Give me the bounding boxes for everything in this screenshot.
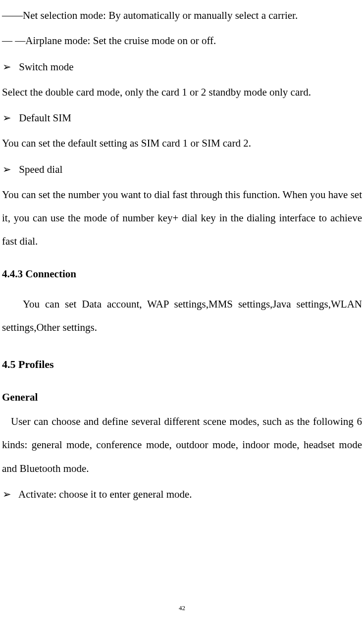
bullet-label-default-sim: Default SIM bbox=[19, 112, 71, 124]
arrow-icon: ➢ bbox=[2, 106, 16, 129]
bullet-label-activate: Activate: choose it to enter general mod… bbox=[18, 488, 192, 500]
list-item-net-selection: ——Net selection mode: By automatically o… bbox=[2, 4, 362, 27]
arrow-icon: ➢ bbox=[2, 55, 16, 78]
heading-profiles: 4.5 Profiles bbox=[2, 352, 362, 377]
bullet-speed-dial: ➢ Speed dial bbox=[2, 157, 362, 181]
body-default-sim: You can set the default setting as SIM c… bbox=[2, 132, 362, 155]
page-number: 42 bbox=[0, 605, 364, 611]
text-connection-body: You can set Data account, WAP settings,M… bbox=[2, 298, 362, 333]
bullet-label-speed-dial: Speed dial bbox=[19, 163, 62, 175]
text-airplane-mode: — —Airplane mode: Set the cruise mode on… bbox=[2, 35, 216, 47]
bullet-label-switch-mode: Switch mode bbox=[19, 61, 73, 73]
heading-connection: 4.4.3 Connection bbox=[2, 262, 362, 286]
arrow-icon: ➢ bbox=[2, 482, 16, 506]
body-general: User can choose and define several diffe… bbox=[2, 410, 362, 480]
text-net-selection: ——Net selection mode: By automatically o… bbox=[2, 9, 298, 21]
text-default-sim-body: You can set the default setting as SIM c… bbox=[2, 137, 251, 149]
text-speed-dial-body: You can set the number you want to dial … bbox=[2, 189, 362, 248]
bullet-default-sim: ➢ Default SIM bbox=[2, 106, 362, 130]
bullet-activate: ➢ Activate: choose it to enter general m… bbox=[2, 482, 362, 506]
body-connection: You can set Data account, WAP settings,M… bbox=[2, 293, 362, 340]
heading-connection-text: 4.4.3 Connection bbox=[2, 268, 76, 280]
arrow-icon: ➢ bbox=[2, 157, 16, 181]
page-number-text: 42 bbox=[179, 604, 185, 612]
bullet-switch-mode: ➢ Switch mode bbox=[2, 55, 362, 79]
body-switch-mode: Select the double card mode, only the ca… bbox=[2, 81, 362, 104]
list-item-airplane-mode: — —Airplane mode: Set the cruise mode on… bbox=[2, 29, 362, 52]
subheading-general: General bbox=[2, 386, 362, 409]
subheading-general-text: General bbox=[2, 391, 38, 403]
body-speed-dial: You can set the number you want to dial … bbox=[2, 183, 362, 254]
heading-profiles-text: 4.5 Profiles bbox=[2, 358, 54, 370]
text-general-body: User can choose and define several diffe… bbox=[2, 415, 362, 474]
text-switch-mode-body: Select the double card mode, only the ca… bbox=[2, 86, 311, 98]
